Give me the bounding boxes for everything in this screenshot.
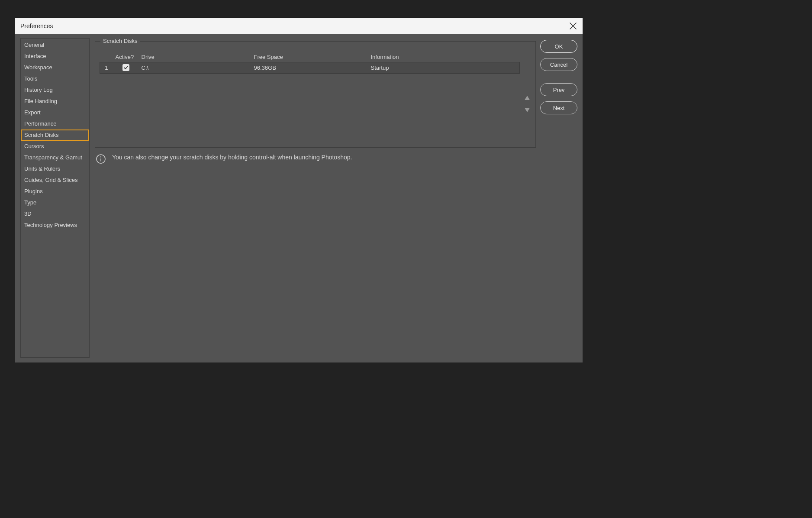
sidebar-item-transparency-gamut[interactable]: Transparency & Gamut [21,152,89,163]
sidebar-item-label: File Handling [24,98,57,104]
main-panel: Scratch Disks Active? [95,38,577,357]
sidebar-item-label: Type [24,199,36,206]
sidebar-item-type[interactable]: Type [21,197,89,208]
sidebar-item-history-log[interactable]: History Log [21,84,89,96]
sidebar-item-label: Cursors [24,143,44,149]
sidebar-item-label: Units & Rulers [24,165,60,172]
table-header-row: Active? Drive Free Space Information [100,52,520,62]
sidebar-item-label: Performance [24,120,56,127]
sidebar-item-3d[interactable]: 3D [21,208,89,220]
button-label: Prev [553,87,565,93]
row-free-space: 96.36GB [251,62,368,74]
button-label: OK [555,43,563,50]
sidebar-item-label: General [24,42,44,48]
sidebar-item-workspace[interactable]: Workspace [21,62,89,73]
cancel-button[interactable]: Cancel [540,58,577,71]
sidebar-item-plugins[interactable]: Plugins [21,186,89,197]
info-icon [96,154,106,164]
active-checkbox[interactable] [122,64,129,71]
scratch-disks-fieldset: Scratch Disks Active? [95,41,536,148]
sidebar-item-label: History Log [24,87,53,93]
sidebar-item-performance[interactable]: Performance [21,118,89,130]
content: Scratch Disks Active? [95,38,536,357]
sidebar-item-label: Guides, Grid & Slices [24,177,78,183]
sidebar-item-technology-previews[interactable]: Technology Previews [21,220,89,231]
col-header-drive: Drive [139,52,251,62]
sidebar-item-label: Scratch Disks [24,132,58,138]
buttons-column: OK Cancel Prev Next [540,38,577,357]
col-header-free-space: Free Space [251,52,368,62]
sidebar-item-label: Export [24,109,41,116]
sidebar-item-label: Plugins [24,188,43,194]
row-drive: C:\ [139,62,251,74]
sidebar-item-label: Technology Previews [24,222,77,228]
sidebar-item-label: Interface [24,53,46,59]
row-index: 1 [100,62,113,74]
svg-point-1 [100,156,101,157]
dialog-body: General Interface Workspace Tools Histor… [15,34,583,363]
next-button[interactable]: Next [540,101,577,114]
sidebar-item-guides-grid-slices[interactable]: Guides, Grid & Slices [21,175,89,186]
sidebar-item-interface[interactable]: Interface [21,51,89,62]
move-up-button[interactable] [523,94,531,102]
sidebar-item-label: Workspace [24,64,52,71]
fieldset-legend: Scratch Disks [100,38,140,44]
sidebar-item-scratch-disks[interactable]: Scratch Disks [21,130,89,141]
ok-button[interactable]: OK [540,40,577,53]
disks-table: Active? Drive Free Space Information 1 [100,52,520,143]
sidebar-item-cursors[interactable]: Cursors [21,141,89,152]
move-down-button[interactable] [523,106,531,114]
triangle-down-icon [525,108,530,112]
sidebar-item-export[interactable]: Export [21,107,89,118]
table-row[interactable]: 1 C:\ 96.36GB Startup [100,62,520,74]
sidebar-item-label: 3D [24,210,32,217]
close-button[interactable] [569,22,577,30]
button-label: Next [553,105,565,111]
sidebar: General Interface Workspace Tools Histor… [20,38,90,358]
disks-table-wrap: Active? Drive Free Space Information 1 [100,52,520,143]
table-empty-space [100,74,520,143]
col-header-information: Information [368,52,520,62]
preferences-dialog: Preferences General Interface Workspace … [15,17,583,363]
disks-area: Active? Drive Free Space Information 1 [100,52,531,143]
sidebar-item-label: Tools [24,75,37,82]
titlebar: Preferences [15,18,583,34]
sidebar-item-label: Transparency & Gamut [24,154,82,161]
sidebar-item-general[interactable]: General [21,39,89,51]
col-header-active: Active? [113,52,139,62]
sidebar-item-units-rulers[interactable]: Units & Rulers [21,163,89,175]
sidebar-item-file-handling[interactable]: File Handling [21,96,89,107]
close-icon [569,22,577,30]
check-icon [123,65,129,70]
hint-row: You can also change your scratch disks b… [95,153,536,164]
triangle-up-icon [525,96,530,100]
row-information: Startup [368,62,520,74]
dialog-title: Preferences [20,23,569,29]
button-label: Cancel [550,62,567,68]
hint-text: You can also change your scratch disks b… [112,153,352,162]
reorder-arrows [523,52,531,143]
prev-button[interactable]: Prev [540,83,577,96]
sidebar-item-tools[interactable]: Tools [21,73,89,84]
